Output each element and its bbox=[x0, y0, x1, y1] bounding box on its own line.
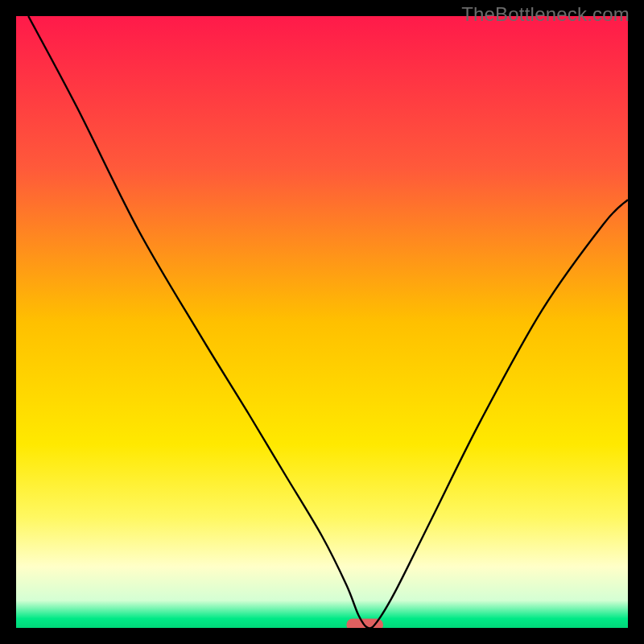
watermark-text: TheBottleneck.com bbox=[461, 3, 630, 26]
chart-frame: TheBottleneck.com bbox=[0, 0, 644, 644]
chart-svg bbox=[16, 16, 628, 628]
chart-plot-area bbox=[16, 16, 628, 628]
